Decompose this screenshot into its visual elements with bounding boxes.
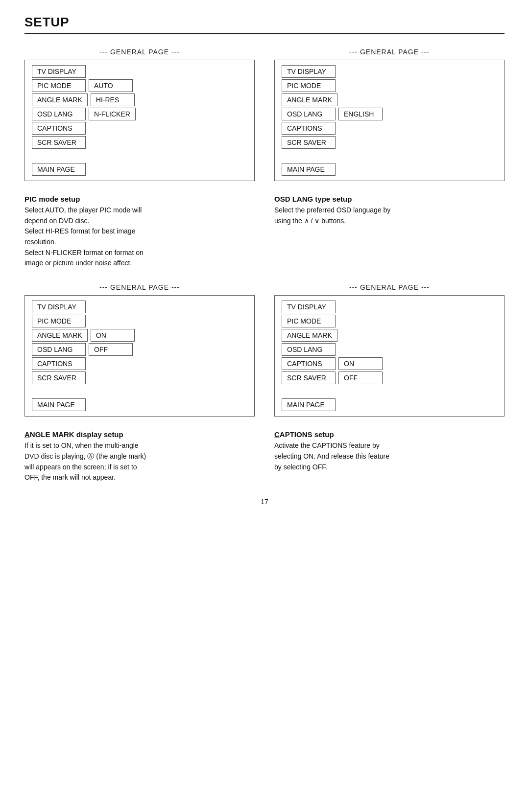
menu-row: OSD LANG OFF xyxy=(32,343,247,357)
menu-item-osd-lang: OSD LANG xyxy=(282,343,336,356)
desc-top-right: OSD LANG type setup Select the preferred… xyxy=(274,195,505,269)
page-number: 17 xyxy=(24,498,505,506)
menu-item-tv-display: TV DISPLAY xyxy=(32,65,86,78)
menu-row: ANGLE MARK ON xyxy=(32,329,247,343)
menu-row: TV DISPLAY xyxy=(282,65,497,79)
menu-item-osd-lang: OSD LANG xyxy=(32,108,86,120)
main-page-item: MAIN PAGE xyxy=(32,398,86,411)
menu-item-angle-mark: ANGLE MARK xyxy=(282,329,337,342)
menu-row: OSD LANG xyxy=(282,343,497,357)
menu-row: CAPTIONS ON xyxy=(282,357,497,371)
menu-value-off: OFF xyxy=(89,343,133,356)
menu-item-scr-saver: SCR SAVER xyxy=(282,371,336,384)
menu-item-tv-display: TV DISPLAY xyxy=(282,301,336,313)
menu-item-scr-saver: SCR SAVER xyxy=(32,371,86,384)
menu-row: PIC MODE AUTO xyxy=(32,79,247,93)
desc-title-osd-lang: OSD LANG type setup xyxy=(274,195,505,203)
menu-item-angle-mark: ANGLE MARK xyxy=(32,329,88,342)
bottom-left-menu-box: TV DISPLAY PIC MODE ANGLE MARK ON OSD LA… xyxy=(24,295,255,417)
desc-text-osd-lang: Select the preferred OSD language by usi… xyxy=(274,205,505,226)
menu-value-hires: HI-RES xyxy=(91,93,135,106)
menu-row: ANGLE MARK HI-RES xyxy=(32,93,247,108)
menu-item-scr-saver: SCR SAVER xyxy=(32,136,86,149)
menu-value-auto: AUTO xyxy=(89,79,133,92)
menu-item-angle-mark: ANGLE MARK xyxy=(32,93,88,106)
menu-item-osd-lang: OSD LANG xyxy=(282,108,336,120)
desc-top-left: PIC mode setup Select AUTO, the player P… xyxy=(24,195,255,269)
menu-row: ANGLE MARK xyxy=(282,329,497,343)
menu-row: CAPTIONS xyxy=(32,357,247,371)
top-right-section-label: --- GENERAL PAGE --- xyxy=(274,48,505,56)
desc-bottom-right: CAPTIONS setup Activate the CAPTIONS fea… xyxy=(274,430,505,483)
main-page-item: MAIN PAGE xyxy=(282,398,336,411)
menu-item-captions: CAPTIONS xyxy=(282,122,336,135)
menu-item-tv-display: TV DISPLAY xyxy=(282,65,336,78)
bottom-left-section: --- GENERAL PAGE --- TV DISPLAY PIC MODE… xyxy=(24,283,255,417)
menu-row: PIC MODE xyxy=(32,315,247,329)
menu-value-on: ON xyxy=(338,357,383,370)
desc-title-angle-mark: ANGLE MARK display setup xyxy=(24,430,255,439)
main-page-row: MAIN PAGE xyxy=(32,150,247,176)
main-page-row: MAIN PAGE xyxy=(282,386,497,411)
menu-item-pic-mode: PIC MODE xyxy=(282,79,336,92)
menu-row: CAPTIONS xyxy=(32,122,247,136)
menu-row: TV DISPLAY xyxy=(32,65,247,79)
desc-text-pic-mode: Select AUTO, the player PIC mode will de… xyxy=(24,205,255,269)
menu-row: SCR SAVER xyxy=(32,136,247,150)
menu-item-captions: CAPTIONS xyxy=(32,122,86,135)
bottom-right-section: --- GENERAL PAGE --- TV DISPLAY PIC MODE… xyxy=(274,283,505,417)
menu-row: CAPTIONS xyxy=(282,122,497,136)
menu-item-osd-lang: OSD LANG xyxy=(32,343,86,356)
menu-row: PIC MODE xyxy=(282,315,497,329)
menu-item-scr-saver: SCR SAVER xyxy=(282,136,336,149)
desc-title-captions: CAPTIONS setup xyxy=(274,430,505,439)
menu-value-nflicker: N-FLICKER xyxy=(89,108,136,120)
page-title: SETUP xyxy=(24,15,505,34)
menu-row: ANGLE MARK xyxy=(282,93,497,108)
menu-row: SCR SAVER OFF xyxy=(282,371,497,386)
menu-row: TV DISPLAY xyxy=(32,301,247,315)
desc-bottom-left: ANGLE MARK display setup If it is set to… xyxy=(24,430,255,483)
bottom-left-section-label: --- GENERAL PAGE --- xyxy=(24,283,255,291)
menu-row: TV DISPLAY xyxy=(282,301,497,315)
menu-item-captions: CAPTIONS xyxy=(32,357,86,370)
menu-item-angle-mark: ANGLE MARK xyxy=(282,93,337,106)
desc-text-angle-mark: If it is set to ON, when the multi-angle… xyxy=(24,441,255,483)
menu-value-on: ON xyxy=(91,329,135,342)
desc-title-captions-rest: APTIONS setup xyxy=(280,430,334,439)
menu-item-pic-mode: PIC MODE xyxy=(32,79,86,92)
menu-item-captions: CAPTIONS xyxy=(282,357,336,370)
main-page-item: MAIN PAGE xyxy=(32,163,86,176)
menu-value-english: ENGLISH xyxy=(338,108,383,120)
desc-text-captions: Activate the CAPTIONS feature by selecti… xyxy=(274,441,505,472)
top-right-menu-box: TV DISPLAY PIC MODE ANGLE MARK OSD LANG … xyxy=(274,60,505,181)
desc-title-pic-mode: PIC mode setup xyxy=(24,195,255,203)
bottom-right-menu-box: TV DISPLAY PIC MODE ANGLE MARK OSD LANG … xyxy=(274,295,505,417)
menu-row: OSD LANG N-FLICKER xyxy=(32,108,247,122)
top-left-section: --- GENERAL PAGE --- TV DISPLAY PIC MODE… xyxy=(24,48,255,181)
main-page-row: MAIN PAGE xyxy=(32,386,247,411)
menu-value-off: OFF xyxy=(338,371,383,384)
menu-item-pic-mode: PIC MODE xyxy=(282,315,336,327)
menu-row: SCR SAVER xyxy=(32,371,247,386)
main-page-row: MAIN PAGE xyxy=(282,150,497,176)
menu-row: PIC MODE xyxy=(282,79,497,93)
bottom-right-section-label: --- GENERAL PAGE --- xyxy=(274,283,505,291)
top-right-section: --- GENERAL PAGE --- TV DISPLAY PIC MODE… xyxy=(274,48,505,181)
underline-c: C xyxy=(274,430,280,439)
main-page-item: MAIN PAGE xyxy=(282,163,336,176)
top-left-section-label: --- GENERAL PAGE --- xyxy=(24,48,255,56)
top-left-menu-box: TV DISPLAY PIC MODE AUTO ANGLE MARK HI-R… xyxy=(24,60,255,181)
menu-row: OSD LANG ENGLISH xyxy=(282,108,497,122)
desc-title-angle-rest: NGLE MARK display setup xyxy=(30,430,123,439)
menu-row: SCR SAVER xyxy=(282,136,497,150)
menu-item-tv-display: TV DISPLAY xyxy=(32,301,86,313)
menu-item-pic-mode: PIC MODE xyxy=(32,315,86,327)
underline-a: A xyxy=(24,430,30,439)
